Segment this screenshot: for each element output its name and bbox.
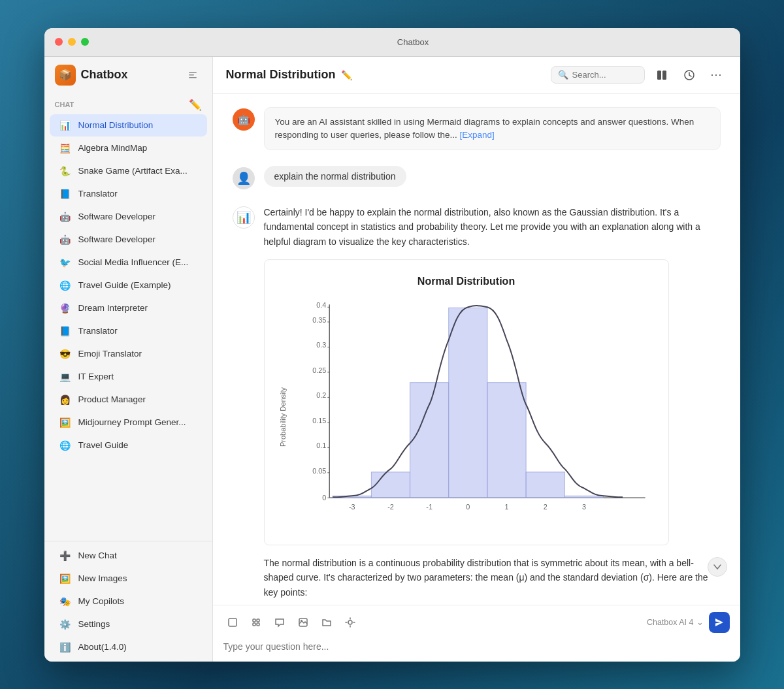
sidebar-item-travel-guide-example[interactable]: 🌐 Travel Guide (Example) bbox=[50, 274, 207, 296]
sidebar-item-new-images[interactable]: 🖼️ New Images bbox=[50, 568, 207, 590]
svg-text:1: 1 bbox=[505, 503, 509, 511]
svg-text:-1: -1 bbox=[426, 503, 433, 511]
svg-text:0.25: 0.25 bbox=[312, 366, 326, 374]
chat-header: Normal Distribution ✏️ 🔍 bbox=[213, 57, 740, 94]
crop-button[interactable] bbox=[247, 613, 265, 632]
bar-neg2 bbox=[371, 472, 410, 498]
minimize-button[interactable] bbox=[68, 38, 76, 46]
close-button[interactable] bbox=[55, 38, 63, 46]
sidebar-item-midjourney-prompt[interactable]: 🖼️ Midjourney Prompt Gener... bbox=[50, 411, 207, 434]
sidebar-item-algebra-mindmap[interactable]: 🧮 Algebra MindMap bbox=[50, 137, 207, 159]
svg-text:2: 2 bbox=[544, 503, 547, 511]
bar-pos2 bbox=[526, 472, 564, 498]
about-icon: ℹ️ bbox=[59, 641, 72, 654]
scroll-to-bottom-button[interactable] bbox=[708, 557, 727, 577]
sidebar-item-icon: 📘 bbox=[59, 187, 72, 200]
svg-rect-3 bbox=[657, 71, 661, 80]
sidebar-item-icon: 🌐 bbox=[59, 279, 72, 292]
sidebar-item-software-developer2[interactable]: 🤖 Software Developer bbox=[50, 229, 207, 251]
svg-text:-3: -3 bbox=[349, 503, 355, 511]
history-button[interactable] bbox=[679, 65, 700, 86]
sidebar-item-normal-distribution[interactable]: 📊 Normal Distribution bbox=[50, 114, 207, 136]
search-box[interactable]: 🔍 bbox=[551, 66, 645, 84]
sidebar-bottom: ➕ New Chat 🖼️ New Images 🎭 My Copilots ⚙… bbox=[44, 541, 212, 662]
ai-bubble: Certainly! I'd be happy to explain the n… bbox=[264, 205, 721, 605]
sidebar-item-emoji-translator[interactable]: 😎 Emoji Translator bbox=[50, 343, 207, 365]
columns-toggle-button[interactable] bbox=[651, 65, 672, 86]
new-images-icon: 🖼️ bbox=[59, 572, 72, 585]
send-button[interactable] bbox=[709, 612, 730, 633]
model-label: Chatbox AI 4 bbox=[647, 618, 694, 627]
svg-text:0: 0 bbox=[322, 494, 326, 502]
system-bubble: You are an AI assistant skilled in using… bbox=[264, 107, 721, 151]
chat-area: Normal Distribution ✏️ 🔍 bbox=[213, 57, 740, 662]
sidebar-item-settings[interactable]: ⚙️ Settings bbox=[50, 613, 207, 635]
user-bubble: explain the normal distribution bbox=[264, 166, 721, 187]
maximize-button[interactable] bbox=[81, 38, 89, 46]
sidebar-item-product-manager[interactable]: 👩 Product Manager bbox=[50, 389, 207, 411]
folder-button[interactable] bbox=[318, 613, 336, 632]
add-chat-icon[interactable]: ✏️ bbox=[189, 99, 202, 111]
svg-text:0.35: 0.35 bbox=[312, 316, 326, 324]
sidebar-item-translator1[interactable]: 📘 Translator bbox=[50, 183, 207, 205]
sidebar-item-travel-guide[interactable]: 🌐 Travel Guide bbox=[50, 434, 207, 457]
chat-input[interactable] bbox=[223, 641, 730, 652]
model-selector-icon: ⌄ bbox=[696, 617, 704, 627]
message-system: 🤖 You are an AI assistant skilled in usi… bbox=[233, 107, 721, 151]
search-icon: 🔍 bbox=[558, 70, 568, 80]
sidebar: 📦 Chatbox Chat ✏️ 📊 bbox=[44, 57, 213, 662]
sidebar-item-snake-game[interactable]: 🐍 Snake Game (Artifact Exa... bbox=[50, 160, 207, 182]
tools-button[interactable] bbox=[341, 613, 359, 632]
svg-text:3: 3 bbox=[582, 503, 586, 511]
avatar-system: 🤖 bbox=[233, 108, 255, 131]
sidebar-item-label: Emoji Translator bbox=[78, 349, 198, 359]
model-selector[interactable]: Chatbox AI 4 ⌄ bbox=[647, 617, 704, 627]
chart-container: Normal Distribution Probability Density bbox=[264, 259, 669, 545]
sidebar-item-it-expert[interactable]: 💻 IT Expert bbox=[50, 366, 207, 388]
sidebar-toggle-button[interactable] bbox=[184, 66, 202, 84]
my-copilots-label: My Copilots bbox=[78, 596, 198, 606]
chat-mode-button[interactable] bbox=[270, 613, 289, 632]
more-options-button[interactable]: ··· bbox=[706, 65, 727, 86]
input-row[interactable] bbox=[223, 638, 730, 655]
settings-icon: ⚙️ bbox=[59, 618, 72, 631]
sidebar-item-my-copilots[interactable]: 🎭 My Copilots bbox=[50, 590, 207, 613]
app-name: Chatbox bbox=[81, 68, 128, 82]
image-button[interactable] bbox=[294, 613, 312, 632]
edit-title-icon[interactable]: ✏️ bbox=[341, 70, 352, 80]
sidebar-item-icon: 🖼️ bbox=[59, 416, 72, 429]
chat-bottom: Chatbox AI 4 ⌄ bbox=[213, 605, 740, 662]
sidebar-item-social-media[interactable]: 🐦 Social Media Influencer (E... bbox=[50, 251, 207, 274]
svg-rect-4 bbox=[662, 71, 666, 80]
my-copilots-icon: 🎭 bbox=[59, 595, 72, 608]
sidebar-item-about[interactable]: ℹ️ About(1.4.0) bbox=[50, 636, 207, 658]
sidebar-item-dream-interpreter[interactable]: 🔮 Dream Interpreter bbox=[50, 297, 207, 319]
svg-text:0.1: 0.1 bbox=[316, 441, 326, 449]
sidebar-item-label: Translator bbox=[78, 326, 198, 336]
sidebar-item-icon: 🐦 bbox=[59, 256, 72, 269]
attach-button[interactable] bbox=[223, 613, 242, 632]
message-user: 👤 explain the normal distribution bbox=[233, 166, 721, 189]
sidebar-item-label: Software Developer bbox=[78, 212, 198, 221]
sidebar-item-icon: 💻 bbox=[59, 370, 72, 383]
sidebar-item-icon: 🧮 bbox=[59, 142, 72, 155]
window-title: Chatbox bbox=[97, 37, 730, 47]
sidebar-item-new-chat[interactable]: ➕ New Chat bbox=[50, 545, 207, 567]
svg-text:0.4: 0.4 bbox=[316, 301, 326, 309]
sidebar-item-icon: 🔮 bbox=[59, 302, 72, 315]
sidebar-item-label: Normal Distribution bbox=[78, 120, 198, 130]
sidebar-item-label: Algebra MindMap bbox=[78, 143, 198, 153]
sidebar-item-software-developer1[interactable]: 🤖 Software Developer bbox=[50, 206, 207, 228]
new-chat-icon: ➕ bbox=[59, 549, 72, 562]
sidebar-item-translator2[interactable]: 📘 Translator bbox=[50, 320, 207, 342]
search-input[interactable] bbox=[572, 70, 638, 80]
app-logo: 📦 Chatbox bbox=[55, 65, 128, 86]
svg-rect-2 bbox=[189, 77, 197, 78]
sidebar-item-icon: 🤖 bbox=[59, 210, 72, 223]
svg-text:0.3: 0.3 bbox=[316, 341, 326, 349]
sidebar-item-icon: 👩 bbox=[59, 393, 72, 406]
y-axis-label: Probability Density bbox=[278, 387, 289, 447]
sidebar-item-icon: 📊 bbox=[59, 119, 72, 132]
sidebar-item-label: Product Manager bbox=[78, 394, 198, 404]
expand-link[interactable]: [Expand] bbox=[459, 130, 494, 140]
